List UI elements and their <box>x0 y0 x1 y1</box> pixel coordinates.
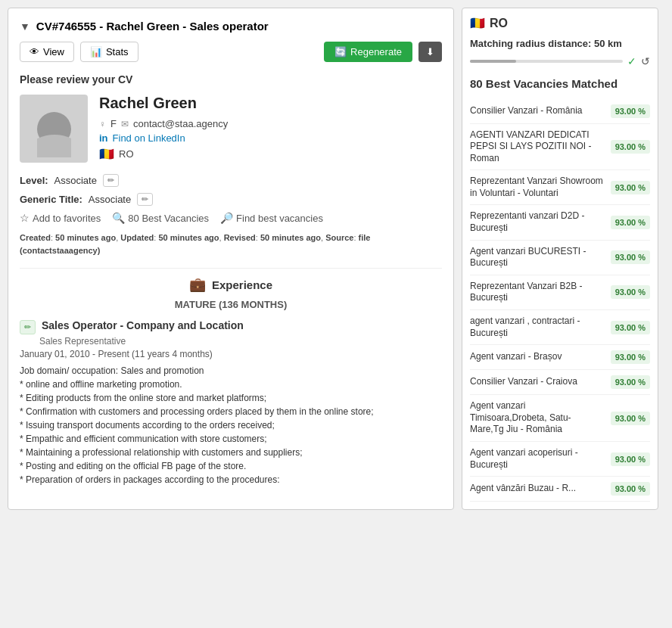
linkedin-link[interactable]: Find on LinkedIn <box>113 132 185 144</box>
meta-timestamps: Created: 50 minutes ago, Updated: 50 min… <box>20 232 442 256</box>
best-vacancies-item[interactable]: 🔍 80 Best Vacancies <box>112 212 209 224</box>
vacancy-item-11[interactable]: Agent vânzări Buzau - R...93.00 % <box>470 477 650 502</box>
vacancies-title: 80 Best Vacancies Matched <box>470 76 650 92</box>
job-dates: January 01, 2010 - Present (11 years 4 m… <box>20 349 442 359</box>
vacancy-item-5[interactable]: Reprezentant Vanzari B2B - București93.0… <box>470 275 650 310</box>
vacancy-name: Reprezentant Vanzari B2B - București <box>470 281 605 304</box>
slider-check-icon[interactable]: ✓ <box>627 55 636 67</box>
vacancy-item-1[interactable]: AGENTI VANZARI DEDICATI PEPSI SI LAYS PO… <box>470 124 650 171</box>
briefcase-icon: 💼 <box>189 276 206 293</box>
updated-value: 50 minutes ago <box>158 233 219 242</box>
profile-name: Rachel Green <box>99 95 228 112</box>
vacancy-item-0[interactable]: Consilier Vanzari - România93.00 % <box>470 99 650 124</box>
action-bar: ☆ Add to favorites 🔍 80 Best Vacancies 🔎… <box>20 212 442 224</box>
add-favorites-item[interactable]: ☆ Add to favorites <box>20 212 101 224</box>
generic-title-label: Generic Title: <box>20 194 82 205</box>
vacancies-label: 80 Best Vacancies <box>128 213 209 224</box>
vacancy-name: agent vanzari , contractari - București <box>470 316 605 339</box>
vacancy-name: AGENTI VANZARI DEDICATI PEPSI SI LAYS PO… <box>470 129 605 165</box>
vacancy-item-6[interactable]: agent vanzari , contractari - București9… <box>470 310 650 345</box>
vacancy-name: Agent vanzari acoperisuri - București <box>470 447 605 471</box>
vacancy-pct: 93.00 % <box>611 250 650 264</box>
download-button[interactable]: ⬇ <box>418 42 442 62</box>
find-label: Find best vacancies <box>236 213 323 224</box>
review-title: Please review your CV <box>20 73 442 85</box>
level-value: Associate <box>54 175 97 186</box>
email-icon: ✉ <box>121 119 129 129</box>
job-edit-button[interactable]: ✏ <box>20 320 36 334</box>
cv-title: CV#746555 - Rachel Green - Sales operato… <box>36 20 269 33</box>
stats-button[interactable]: 📊 Stats <box>80 42 138 62</box>
regenerate-button[interactable]: 🔄 Regenerate <box>324 42 412 62</box>
vacancy-pct: 93.00 % <box>611 140 650 154</box>
vacancies-icon: 🔍 <box>112 212 125 224</box>
vacancy-name: Reprezentanti vanzari D2D - București <box>470 210 605 234</box>
job-description: Job domain/ occupation: Sales and promot… <box>20 364 442 487</box>
level-edit-button[interactable]: ✏ <box>103 174 119 187</box>
created-label: Created <box>20 233 51 242</box>
gender-row: ♀ F ✉ contact@staa.agency <box>99 118 228 129</box>
revised-label: Revised <box>224 233 256 242</box>
vacancy-name: Agent vânzări Buzau - R... <box>470 483 605 495</box>
star-icon: ☆ <box>20 212 30 224</box>
slider-row: ✓ ↺ <box>470 55 650 67</box>
right-panel: 🇷🇴 RO Matching radius distance: 50 km ✓ … <box>462 8 658 510</box>
slider-reset-icon[interactable]: ↺ <box>641 55 650 67</box>
gender-value: F <box>110 118 117 129</box>
country-flag: 🇷🇴 <box>470 16 485 30</box>
generic-title-row: Generic Title: Associate ✏ <box>20 193 442 206</box>
source-label: Source <box>325 233 353 242</box>
vacancy-name: Agent vanzari Timisoara,Drobeta, Satu-Ma… <box>470 400 605 436</box>
vacancy-name: Consilier Vanzari - Craiova <box>470 376 605 388</box>
vacancy-item-2[interactable]: Reprezentant Vanzari Showroom in Volunta… <box>470 170 650 205</box>
job-title: Sales Operator - Company and Location <box>42 319 244 331</box>
view-label: View <box>43 46 64 58</box>
vacancy-pct: 93.00 % <box>611 412 650 425</box>
vacancy-name: Reprezentant Vanzari Showroom in Volunta… <box>470 176 605 199</box>
experience-header: 💼 Experience <box>20 276 442 293</box>
vacancy-pct: 93.00 % <box>611 181 650 194</box>
generic-title-edit-button[interactable]: ✏ <box>137 193 153 206</box>
vacancy-item-10[interactable]: Agent vanzari acoperisuri - București93.… <box>470 442 650 477</box>
vacancy-pct: 93.00 % <box>611 104 650 118</box>
country-row: 🇷🇴 RO <box>99 147 228 161</box>
vacancy-item-7[interactable]: Agent vanzari - Brașov93.00 % <box>470 345 650 370</box>
radius-value-text: 50 km <box>594 38 622 49</box>
vacancy-pct: 93.00 % <box>611 482 650 496</box>
job-title-row: ✏ Sales Operator - Company and Location <box>20 319 442 334</box>
vacancy-pct: 93.00 % <box>611 375 650 389</box>
vacancy-item-8[interactable]: Consilier Vanzari - Craiova93.00 % <box>470 370 650 395</box>
country-header: 🇷🇴 RO <box>470 16 650 30</box>
vacancy-pct: 93.00 % <box>611 285 650 299</box>
stats-icon: 📊 <box>90 46 102 58</box>
eye-icon: 👁 <box>30 46 39 58</box>
find-icon: 🔎 <box>220 212 233 224</box>
linkedin-icon: in <box>99 132 108 144</box>
regenerate-icon: 🔄 <box>334 46 347 58</box>
collapse-icon[interactable]: ▼ <box>20 20 30 33</box>
view-button[interactable]: 👁 View <box>20 42 74 62</box>
vacancy-list: Consilier Vanzari - România93.00 %AGENTI… <box>470 99 650 502</box>
divider-1 <box>20 268 442 269</box>
linkedin-row: in Find on LinkedIn <box>99 132 228 144</box>
left-panel: ▼ CV#746555 - Rachel Green - Sales opera… <box>8 8 454 510</box>
job-subtitle: Sales Representative <box>39 336 442 347</box>
find-vacancies-item[interactable]: 🔎 Find best vacancies <box>220 212 323 224</box>
created-value: 50 minutes ago <box>55 233 116 242</box>
vacancy-item-3[interactable]: Reprezentanti vanzari D2D - București93.… <box>470 205 650 240</box>
profile-info: Rachel Green ♀ F ✉ contact@staa.agency i… <box>99 95 228 163</box>
country-code: RO <box>490 17 508 30</box>
vacancy-item-9[interactable]: Agent vanzari Timisoara,Drobeta, Satu-Ma… <box>470 395 650 442</box>
vacancy-item-4[interactable]: Agent vanzari BUCURESTI - București93.00… <box>470 241 650 275</box>
experience-title: Experience <box>212 278 272 291</box>
profile-country: RO <box>119 148 134 160</box>
radius-label-text: Matching radius distance: <box>470 38 591 49</box>
profile-flag: 🇷🇴 <box>99 147 114 161</box>
profile-section: Rachel Green ♀ F ✉ contact@staa.agency i… <box>20 95 442 163</box>
vacancy-pct: 93.00 % <box>611 216 650 229</box>
toolbar: 👁 View 📊 Stats 🔄 Regenerate ⬇ <box>20 42 442 62</box>
matching-radius-label: Matching radius distance: 50 km <box>470 38 650 49</box>
slider-fill <box>470 60 516 63</box>
revised-value: 50 minutes ago <box>260 233 321 242</box>
stats-label: Stats <box>106 46 129 58</box>
